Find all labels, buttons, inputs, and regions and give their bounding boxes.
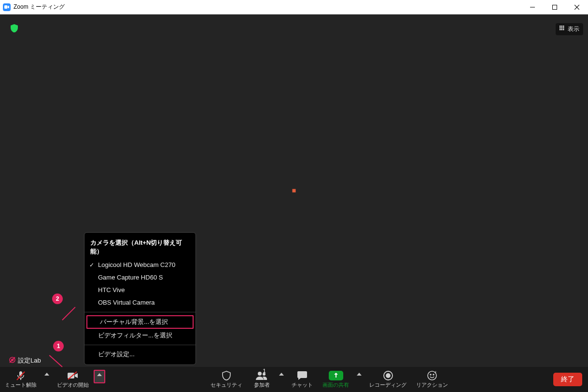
svg-rect-5 [561,26,563,27]
svg-rect-6 [563,26,564,27]
virtual-background-option[interactable]: バーチャル背景...を選択 [86,315,194,329]
share-screen-icon [329,370,343,381]
mute-button[interactable]: ミュート解除 [0,367,42,392]
audio-options-chevron[interactable] [42,367,52,392]
svg-rect-10 [560,29,561,30]
annotation-marker: 1 [53,341,64,351]
reactions-icon: + [427,370,437,381]
security-button[interactable]: セキュリティ [206,367,247,392]
svg-point-24 [430,374,431,375]
shield-icon [222,370,231,381]
svg-rect-1 [553,5,557,9]
maximize-button[interactable] [544,0,566,14]
meeting-toolbar: ミュート解除 ビデオの開始 セキュリティ 1 参加者 チャット [0,367,588,392]
participants-count: 1 [263,368,266,374]
record-icon [383,370,393,381]
video-settings-option[interactable]: ビデオ設定... [84,348,196,361]
settings-lab-label: 設定Lab [18,356,41,365]
start-video-button[interactable]: ビデオの開始 [52,367,94,392]
svg-rect-11 [561,29,563,30]
microphone-muted-icon [15,370,26,381]
svg-point-25 [433,374,434,375]
share-chevron[interactable] [354,367,364,392]
annotation-line [62,307,75,320]
svg-point-19 [258,372,262,376]
camera-option[interactable]: HTC Vive [84,284,196,296]
camera-option[interactable]: Game Capture HD60 S [84,271,196,284]
zoom-app-icon [3,3,11,11]
svg-rect-7 [560,28,561,29]
video-label: ビデオの開始 [57,381,89,389]
end-meeting-button[interactable]: 終了 [553,373,582,386]
window-titlebar: Zoom ミーティング [0,0,588,14]
video-filter-option[interactable]: ビデオフィルター...を選択 [84,329,196,342]
chat-label: チャット [292,381,313,389]
participants-button[interactable]: 1 参加者 [247,367,276,392]
reactions-button[interactable]: + リアクション [411,367,453,392]
svg-rect-9 [563,28,564,29]
chat-button[interactable]: チャット [287,367,318,392]
view-button-label: 表示 [568,25,579,33]
camera-option[interactable]: OBS Virtual Camera [84,296,196,309]
svg-rect-17 [68,373,74,378]
participants-label: 参加者 [254,381,270,389]
menu-separator [84,312,196,312]
svg-rect-8 [561,28,563,29]
share-label: 画面の共有 [322,381,349,389]
encryption-shield-icon[interactable] [11,24,18,34]
reactions-label: リアクション [416,381,448,389]
video-options-chevron[interactable] [94,370,105,383]
record-button[interactable]: レコーディング [364,367,411,392]
svg-point-22 [386,374,390,378]
menu-separator [84,345,196,345]
camera-section-title: カメラを選択（Alt+N切り替え可能） [84,237,196,259]
view-button[interactable]: 表示 [556,23,583,35]
svg-text:+: + [434,371,437,374]
annotation-marker: 2 [52,294,63,304]
camera-option[interactable]: Logicool HD Webcam C270 [84,259,196,271]
video-options-popup: カメラを選択（Alt+N切り替え可能） Logicool HD Webcam C… [84,232,196,365]
video-area: 表示 設定Lab カメラを選択（Alt+N切り替え可能） Logicool HD… [0,14,588,367]
record-label: レコーディング [369,381,406,389]
svg-rect-12 [563,29,564,30]
annotation-line [49,355,63,367]
close-button[interactable] [566,0,588,14]
grid-icon [560,26,565,33]
window-title: Zoom ミーティング [14,3,521,11]
share-screen-button[interactable]: 画面の共有 [318,367,354,392]
mute-label: ミュート解除 [5,381,37,389]
security-label: セキュリティ [210,381,242,389]
svg-rect-4 [560,26,561,27]
chat-icon [297,370,307,381]
gear-slash-icon [9,356,16,365]
center-indicator [293,189,296,193]
settings-lab-button[interactable]: 設定Lab [9,356,41,365]
participants-chevron[interactable] [276,367,287,392]
camera-off-icon [67,370,79,381]
minimize-button[interactable] [521,0,544,14]
